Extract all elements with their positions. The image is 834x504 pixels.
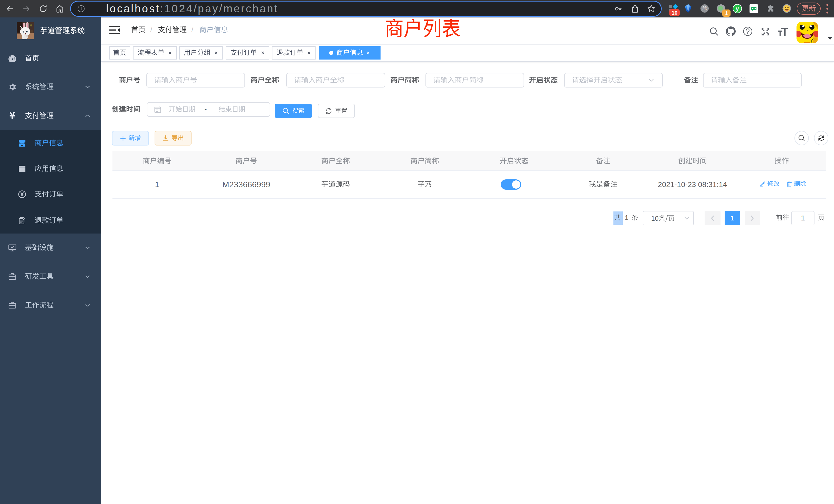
svg-text:⌘: ⌘ [702, 6, 707, 11]
svg-text:y: y [736, 5, 739, 12]
